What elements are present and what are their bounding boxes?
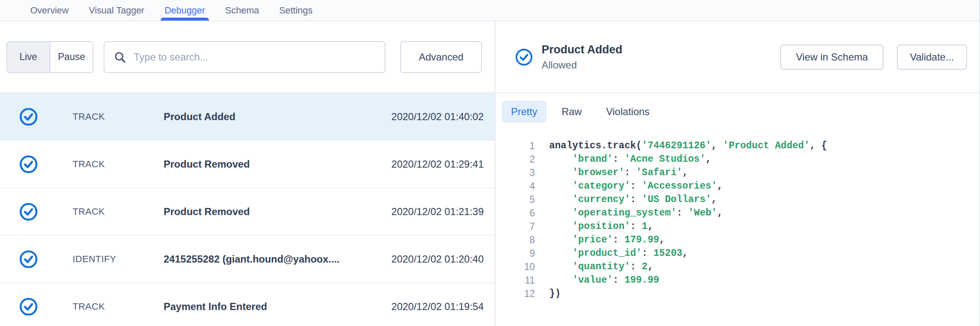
code-text: 'quantity': 2, xyxy=(549,260,653,273)
tab-pretty[interactable]: Pretty xyxy=(502,101,547,123)
line-number: 7 xyxy=(513,220,535,233)
detail-header: Product Added Allowed View in Schema Val… xyxy=(496,21,979,93)
tab-label: Visual Tagger xyxy=(89,5,145,16)
code-line: 9 'product_id': 15203, xyxy=(513,247,979,260)
line-number: 9 xyxy=(513,247,535,260)
event-row[interactable]: TRACK Product Removed 2020/12/02 01:29:4… xyxy=(0,141,495,188)
code-text: 'value': 199.99 xyxy=(549,273,659,287)
code-line: 8 'price': 179.99, xyxy=(513,233,979,247)
code-line: 7 'position': 1, xyxy=(513,220,979,233)
pause-button[interactable]: Pause xyxy=(50,42,93,72)
event-row[interactable]: TRACK Payment Info Entered 2020/12/02 01… xyxy=(0,283,495,326)
code-line: 2 'brand': 'Acne Studios', xyxy=(513,152,979,166)
code-text: }) xyxy=(549,287,561,300)
code-text: 'price': 179.99, xyxy=(549,233,665,247)
check-circle-icon xyxy=(19,107,38,126)
event-timestamp: 2020/12/02 01:20:40 xyxy=(391,253,495,265)
check-circle-icon xyxy=(19,155,38,174)
code-text: 'browser': 'Safari', xyxy=(549,166,688,179)
event-timestamp: 2020/12/02 01:19:54 xyxy=(391,301,495,313)
code-text: analytics.track('7446291126', 'Product A… xyxy=(549,139,827,152)
line-number: 11 xyxy=(513,273,535,287)
event-name: Product Removed xyxy=(164,206,391,218)
line-number: 2 xyxy=(513,152,535,166)
code-line: 4 'category': 'Accessories', xyxy=(513,179,979,193)
event-timestamp: 2020/12/02 01:29:41 xyxy=(391,158,495,170)
code-line: 6 'operating_system': 'Web', xyxy=(513,206,979,220)
line-number: 6 xyxy=(513,206,535,220)
event-type-label: TRACK xyxy=(73,159,164,170)
code-line: 11 'value': 199.99 xyxy=(513,273,979,287)
detail-view-tabs: PrettyRawViolations xyxy=(496,93,979,130)
tab-label: Debugger xyxy=(164,5,205,16)
event-timestamp: 2020/12/02 01:21:39 xyxy=(391,206,495,218)
debugger-page: OverviewVisual TaggerDebuggerSchemaSetti… xyxy=(0,0,980,326)
tab-label: Overview xyxy=(30,5,69,16)
code-line: 5 'currency': 'US Dollars', xyxy=(513,193,979,206)
tab-raw[interactable]: Raw xyxy=(553,101,591,123)
event-timestamp: 2020/12/02 01:40:02 xyxy=(391,111,495,123)
tab-violations[interactable]: Violations xyxy=(597,101,659,123)
code-text: 'category': 'Accessories', xyxy=(549,179,723,193)
line-number: 5 xyxy=(513,193,535,206)
event-type-label: TRACK xyxy=(73,206,164,217)
line-number: 1 xyxy=(513,139,535,152)
top-nav: OverviewVisual TaggerDebuggerSchemaSetti… xyxy=(0,0,979,21)
code-line: 10 'quantity': 2, xyxy=(513,260,979,273)
tab-label: Settings xyxy=(279,5,313,16)
event-type-label: IDENTIFY xyxy=(73,254,164,265)
event-row[interactable]: TRACK Product Removed 2020/12/02 01:21:3… xyxy=(0,188,495,236)
tab-label: Schema xyxy=(225,5,259,16)
event-title: Product Added xyxy=(542,43,623,56)
event-type-label: TRACK xyxy=(73,111,164,122)
event-name: Product Removed xyxy=(164,158,391,170)
code-line: 1 analytics.track('7446291126', 'Product… xyxy=(513,139,979,152)
search-box[interactable] xyxy=(104,41,386,73)
event-name: Payment Info Entered xyxy=(164,301,391,313)
event-list: TRACK Product Added 2020/12/02 01:40:02 … xyxy=(0,93,495,326)
check-circle-icon xyxy=(19,202,38,221)
event-name: 2415255282 (giant.hound@yahoox.... xyxy=(164,253,391,265)
code-text: 'position': 1, xyxy=(549,220,653,233)
check-circle-icon xyxy=(19,297,38,316)
event-list-panel: Live Pause Advanced TRACK Prod xyxy=(0,21,495,326)
view-in-schema-button[interactable]: View in Schema xyxy=(780,45,884,70)
live-pause-toggle: Live Pause xyxy=(6,41,94,73)
event-type-label: TRACK xyxy=(73,301,164,312)
event-row[interactable]: IDENTIFY 2415255282 (giant.hound@yahoox.… xyxy=(0,236,495,283)
live-button[interactable]: Live xyxy=(7,42,50,72)
check-circle-icon xyxy=(515,48,533,66)
code-text: 'brand': 'Acne Studios', xyxy=(549,152,712,166)
code-line: 3 'browser': 'Safari', xyxy=(513,166,979,179)
status-badge: Allowed xyxy=(542,59,623,71)
tab-debugger[interactable]: Debugger xyxy=(164,0,205,21)
search-icon xyxy=(114,51,126,63)
line-number: 8 xyxy=(513,233,535,247)
code-line: 12 }) xyxy=(513,287,979,300)
detail-titles: Product Added Allowed xyxy=(542,43,623,71)
event-name: Product Added xyxy=(164,111,391,123)
line-number: 4 xyxy=(513,179,535,193)
search-input[interactable] xyxy=(134,51,375,63)
line-number: 3 xyxy=(513,166,535,179)
event-detail-panel: Product Added Allowed View in Schema Val… xyxy=(496,21,979,326)
tab-visual-tagger[interactable]: Visual Tagger xyxy=(89,0,145,21)
tab-schema[interactable]: Schema xyxy=(225,0,259,21)
advanced-button[interactable]: Advanced xyxy=(400,41,482,73)
tab-settings[interactable]: Settings xyxy=(279,0,313,21)
tab-overview[interactable]: Overview xyxy=(30,0,69,21)
check-circle-icon xyxy=(19,250,38,269)
code-text: 'product_id': 15203, xyxy=(549,247,688,260)
list-controls: Live Pause Advanced xyxy=(0,21,495,93)
code-block: 1 analytics.track('7446291126', 'Product… xyxy=(496,130,979,300)
code-text: 'currency': 'US Dollars', xyxy=(549,193,717,206)
event-row[interactable]: TRACK Product Added 2020/12/02 01:40:02 xyxy=(0,93,495,141)
line-number: 10 xyxy=(513,260,535,273)
code-text: 'operating_system': 'Web', xyxy=(549,206,723,220)
validate-button[interactable]: Validate... xyxy=(897,45,967,70)
line-number: 12 xyxy=(513,287,535,300)
